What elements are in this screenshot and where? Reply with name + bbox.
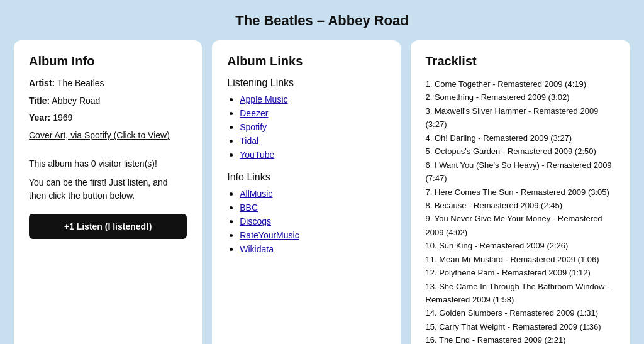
artist-row: Artist: The Beatles xyxy=(29,77,187,90)
track-item: 3. Maxwell's Silver Hammer - Remastered … xyxy=(426,104,616,131)
track-item: 7. Here Comes The Sun - Remastered 2009 … xyxy=(426,186,616,199)
listening-link-tidal[interactable]: Tidal xyxy=(240,136,258,146)
tracklist-title: Tracklist xyxy=(426,54,616,69)
page-title: The Beatles – Abbey Road xyxy=(235,13,408,29)
track-item: 16. The End - Remastered 2009 (2:21) xyxy=(426,333,616,344)
track-item: 8. Because - Remastered 2009 (2:45) xyxy=(426,199,616,212)
album-info-title: Album Info xyxy=(29,54,187,69)
listening-link-youtube[interactable]: YouTube xyxy=(240,150,274,160)
album-links-card: Album Links Listening Links Apple MusicD… xyxy=(212,40,400,344)
track-item: 10. Sun King - Remastered 2009 (2:26) xyxy=(426,239,616,252)
listening-links-title: Listening Links xyxy=(227,77,385,89)
tracklist-content: 1. Come Together - Remastered 2009 (4:19… xyxy=(426,77,616,344)
cover-art-link[interactable]: Cover Art, via Spotify (Click to View) xyxy=(29,130,170,140)
artist-value: The Beatles xyxy=(57,78,104,88)
listening-links-list: Apple MusicDeezerSpotifyTidalYouTube xyxy=(227,94,385,160)
track-item: 5. Octopus's Garden - Remastered 2009 (2… xyxy=(426,145,616,158)
track-item: 15. Carry That Weight - Remastered 2009 … xyxy=(426,320,616,333)
listening-link-deezer[interactable]: Deezer xyxy=(240,108,268,118)
encourage-text: You can be the first! Just listen, and t… xyxy=(29,176,187,203)
year-value: 1969 xyxy=(53,113,72,123)
track-item: 2. Something - Remastered 2009 (3:02) xyxy=(426,91,616,104)
track-item: 13. She Came In Through The Bathroom Win… xyxy=(426,280,616,307)
cards-container: Album Info Artist: The Beatles Title: Ab… xyxy=(14,40,630,344)
info-link-allmusic[interactable]: AllMusic xyxy=(240,189,272,199)
listen-button[interactable]: +1 Listen (I listened!) xyxy=(29,214,187,239)
info-link-wikidata[interactable]: Wikidata xyxy=(240,244,274,254)
track-item: 6. I Want You (She's So Heavy) - Remaste… xyxy=(426,158,616,186)
track-item: 9. You Never Give Me Your Money - Remast… xyxy=(426,212,616,239)
info-link-bbc[interactable]: BBC xyxy=(240,203,258,213)
artist-label: Artist: xyxy=(29,78,55,88)
listening-link-apple-music[interactable]: Apple Music xyxy=(240,94,287,104)
track-item: 14. Golden Slumbers - Remastered 2009 (1… xyxy=(426,306,616,319)
title-label: Title: xyxy=(29,96,50,106)
visitor-text: This album has 0 visitor listen(s)! xyxy=(29,158,187,170)
track-item: 4. Oh! Darling - Remastered 2009 (3:27) xyxy=(426,131,616,145)
info-links-list: AllMusicBBCDiscogsRateYourMusicWikidata xyxy=(227,188,385,255)
info-link-rateyourmusic[interactable]: RateYourMusic xyxy=(240,230,299,240)
track-item: 11. Mean Mr Mustard - Remastered 2009 (1… xyxy=(426,253,616,266)
listening-link-spotify[interactable]: Spotify xyxy=(240,122,267,132)
year-label: Year: xyxy=(29,113,50,123)
album-links-title: Album Links xyxy=(227,54,385,69)
info-links-title: Info Links xyxy=(227,172,385,183)
track-item: 1. Come Together - Remastered 2009 (4:19… xyxy=(426,77,616,91)
album-info-card: Album Info Artist: The Beatles Title: Ab… xyxy=(14,40,202,344)
tracklist-card: Tracklist 1. Come Together - Remastered … xyxy=(411,40,631,344)
title-value: Abbey Road xyxy=(52,96,100,106)
info-link-discogs[interactable]: Discogs xyxy=(240,216,271,226)
track-item: 12. Polythene Pam - Remastered 2009 (1:1… xyxy=(426,266,616,279)
year-row: Year: 1969 xyxy=(29,112,187,125)
title-row: Title: Abbey Road xyxy=(29,95,187,108)
